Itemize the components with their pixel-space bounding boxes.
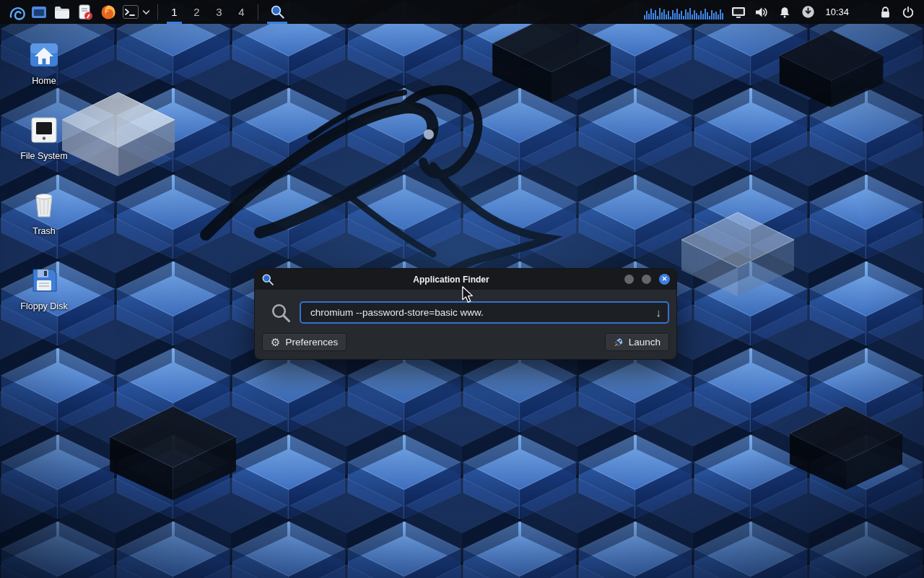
search-icon-wrap [262, 302, 300, 324]
window-icon [30, 4, 48, 20]
command-entry: ↓ [300, 301, 669, 324]
panel-separator [258, 4, 258, 20]
visualizer-bars-icon [644, 4, 725, 20]
desktop-icon-label: File System [20, 151, 67, 161]
desktop-icon-home[interactable]: Home [10, 38, 78, 86]
launch-icon [614, 337, 624, 348]
desktop: 1 2 3 4 [0, 0, 924, 578]
minimize-button[interactable] [624, 275, 634, 284]
filesystem-icon [27, 113, 61, 147]
workspace-3-label: 3 [216, 6, 222, 18]
finder-titlebar[interactable]: Application Finder ✕ [255, 269, 676, 290]
application-finder-window: Application Finder ✕ ↓ [254, 268, 677, 360]
workspace-4-label: 4 [238, 6, 244, 18]
search-row: ↓ [262, 301, 669, 324]
file-manager-button[interactable] [51, 0, 74, 24]
search-icon [270, 302, 292, 324]
workspace-4[interactable]: 4 [230, 0, 253, 24]
gear-icon: ⚙ [271, 337, 280, 348]
power-icon [902, 6, 915, 19]
finder-body: ↓ ⚙ Preferences Launch [255, 290, 676, 359]
desktop-icon-trash[interactable]: Trash [10, 188, 78, 236]
desktop-icon-label: Home [32, 76, 56, 86]
preferences-button-label: Preferences [285, 337, 338, 348]
clock[interactable]: 10:34 [819, 7, 855, 17]
updates-button[interactable] [796, 0, 819, 24]
notifications-button[interactable] [773, 0, 796, 24]
history-dropdown-button[interactable]: ↓ [653, 306, 665, 319]
kali-menu-button[interactable] [4, 0, 27, 24]
workspace-3[interactable]: 3 [208, 0, 230, 24]
workspace-2-label: 2 [193, 6, 199, 18]
command-input[interactable] [305, 307, 653, 318]
desktop-icon-column: Home File System Trash [10, 38, 78, 311]
screenlock-button[interactable] [873, 0, 897, 24]
monitor-icon [731, 6, 746, 19]
firefox-icon [100, 4, 117, 21]
display-settings-button[interactable] [727, 0, 750, 24]
maximize-button[interactable] [642, 275, 651, 284]
desktop-icon-floppy[interactable]: Floppy Disk [10, 263, 78, 311]
logout-button[interactable] [897, 0, 920, 24]
window-controls: ✕ [624, 274, 670, 285]
desktop-icon-filesystem[interactable]: File System [10, 113, 78, 161]
text-editor-button[interactable] [74, 0, 97, 24]
finder-app-icon [261, 273, 274, 286]
terminal-icon [122, 4, 139, 20]
trash-icon [27, 188, 61, 223]
show-desktop-button[interactable] [27, 0, 51, 24]
workspace-2[interactable]: 2 [186, 0, 208, 24]
top-panel: 1 2 3 4 [0, 0, 924, 24]
home-icon [27, 38, 61, 72]
panel-separator [157, 4, 158, 20]
launch-button-label: Launch [629, 337, 661, 348]
window-title: Application Finder [284, 275, 619, 285]
bell-icon [778, 6, 791, 19]
chevron-down-icon[interactable] [142, 9, 150, 15]
sync-icon [801, 5, 815, 19]
finder-task-icon [270, 4, 285, 20]
desktop-icon-label: Trash [32, 226, 56, 236]
launch-button[interactable]: Launch [605, 333, 669, 351]
kali-logo-icon [7, 4, 25, 21]
folder-icon [53, 4, 71, 20]
desktop-icon-label: Floppy Disk [20, 301, 67, 311]
audio-visualizer[interactable] [642, 0, 727, 24]
volume-button[interactable] [750, 0, 773, 24]
text-editor-icon [77, 4, 94, 21]
lock-icon [879, 6, 892, 19]
task-application-finder[interactable] [263, 0, 291, 24]
workspace-1[interactable]: 1 [163, 0, 186, 24]
speaker-icon [754, 6, 769, 19]
preferences-button[interactable]: ⚙ Preferences [262, 333, 346, 351]
close-button[interactable]: ✕ [659, 274, 670, 285]
terminal-button[interactable] [120, 0, 152, 24]
floppy-icon [27, 263, 61, 298]
finder-buttons: ⚙ Preferences Launch [262, 333, 669, 351]
firefox-button[interactable] [97, 0, 120, 24]
workspace-1-label: 1 [171, 6, 177, 18]
